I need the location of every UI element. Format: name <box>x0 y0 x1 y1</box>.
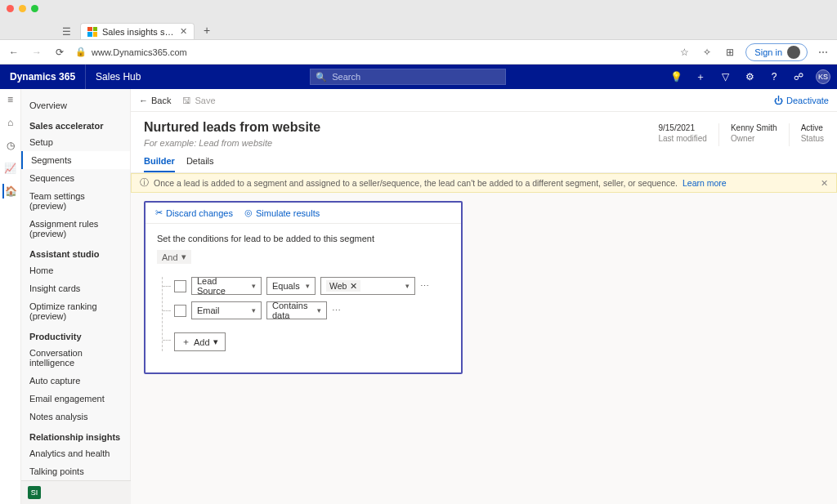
signin-button[interactable]: Sign in <box>745 43 808 61</box>
browser-tab-active[interactable]: Sales insights settings - Segm ✕ <box>80 23 195 39</box>
tab-list-icon[interactable]: ☰ <box>59 25 74 39</box>
value-tag[interactable]: Web✕ <box>326 280 360 292</box>
tab-close-icon[interactable]: ✕ <box>180 26 187 37</box>
learn-more-link[interactable]: Learn more <box>683 178 727 188</box>
mac-window-controls <box>0 0 837 16</box>
save-icon: 🖫 <box>182 96 191 105</box>
window-close-dot[interactable] <box>7 5 14 12</box>
assistant-icon[interactable]: ☍ <box>788 66 809 87</box>
favorites-icon[interactable]: ✧ <box>700 45 714 60</box>
browser-menu-icon[interactable]: ⋯ <box>816 45 830 60</box>
sidebar-item-talking-points[interactable]: Talking points <box>21 462 130 480</box>
chevron-down-icon: ▾ <box>317 306 321 314</box>
add-condition-button[interactable]: ＋ Add ▾ <box>174 332 226 351</box>
page-subtitle: For example: Lead from website <box>144 138 658 148</box>
meta-owner: Kenny Smith Owner <box>731 123 777 143</box>
home-icon[interactable]: ⌂ <box>3 115 18 130</box>
sidebar-footer[interactable]: SI <box>21 480 131 504</box>
window-zoom-dot[interactable] <box>31 5 38 12</box>
tab-title: Sales insights settings - Segm <box>102 27 175 37</box>
row-more-icon[interactable]: ⋯ <box>332 306 342 316</box>
info-icon: ⓘ <box>140 177 149 189</box>
tag-remove-icon[interactable]: ✕ <box>350 281 357 291</box>
deactivate-button[interactable]: ⏻Deactivate <box>774 96 829 105</box>
back-button[interactable]: ←Back <box>139 96 171 105</box>
sidebar-item-email-engagement[interactable]: Email engagement <box>21 390 130 408</box>
chevron-down-icon: ▾ <box>181 252 186 262</box>
operator-dropdown[interactable]: Equals▾ <box>266 277 316 295</box>
recent-icon[interactable]: ◷ <box>3 138 18 153</box>
filter-icon[interactable]: ▽ <box>714 66 736 87</box>
sidebar-item-sequences[interactable]: Sequences <box>21 169 130 187</box>
arrow-left-icon: ← <box>139 96 148 105</box>
form-tabs: Builder Details <box>144 156 658 172</box>
gear-icon[interactable]: ⚙ <box>739 66 760 87</box>
meta-status: Active Status <box>801 123 824 143</box>
hamburger-icon[interactable]: ≡ <box>3 92 18 107</box>
brand-label[interactable]: Dynamics 365 <box>0 65 86 89</box>
nav-forward-icon[interactable]: → <box>29 45 44 60</box>
chevron-down-icon: ▾ <box>306 282 310 290</box>
sidebar-section-assistant: Assistant studio <box>21 243 130 261</box>
sidebar-item-analytics-health[interactable]: Analytics and health <box>21 444 130 462</box>
address-bar[interactable]: 🔒 www.Dynamics365.com <box>75 47 669 57</box>
segments-rail-icon[interactable]: 🏠 <box>2 184 17 198</box>
tab-details[interactable]: Details <box>186 156 214 172</box>
operator-dropdown[interactable]: Contains data▾ <box>266 301 327 319</box>
global-search[interactable]: 🔍 Search <box>310 69 506 85</box>
signin-label: Sign in <box>754 47 782 57</box>
chevron-down-icon: ▾ <box>405 282 410 290</box>
field-dropdown[interactable]: Email▾ <box>191 301 262 319</box>
user-avatar[interactable]: KS <box>812 66 834 87</box>
lock-icon: 🔒 <box>75 47 87 57</box>
new-tab-button[interactable]: + <box>198 21 216 39</box>
collections-icon[interactable]: ⊞ <box>723 45 737 60</box>
sidebar-item-auto-capture[interactable]: Auto capture <box>21 372 130 390</box>
power-icon: ⏻ <box>774 96 783 105</box>
command-bar: ←Back 🖫Save ⏻Deactivate <box>131 89 837 112</box>
browser-chrome: ☰ Sales insights settings - Segm ✕ + ← →… <box>0 0 837 65</box>
sidebar-item-optimize-ranking[interactable]: Optimize ranking (preview) <box>21 297 130 325</box>
sidebar-item-conv-intel[interactable]: Conversation intelligence <box>21 344 130 372</box>
add-row: ＋ Add ▾ <box>174 328 450 351</box>
sidebar-item-notes-analysis[interactable]: Notes analysis <box>21 408 130 426</box>
si-badge: SI <box>28 486 41 499</box>
value-dropdown[interactable]: Web✕ ▾ <box>320 277 415 295</box>
nav-back-icon[interactable]: ← <box>7 45 21 60</box>
sidebar-item-overview[interactable]: Overview <box>21 94 130 114</box>
hub-label[interactable]: Sales Hub <box>86 71 150 83</box>
chevron-down-icon: ▾ <box>252 306 256 314</box>
record-header: Nurtured leads from website For example:… <box>131 112 837 173</box>
add-icon[interactable]: ＋ <box>690 66 711 87</box>
lightbulb-icon[interactable]: 💡 <box>665 66 687 87</box>
field-dropdown[interactable]: Lead Source▾ <box>191 277 262 295</box>
simulate-results-button[interactable]: ◎Simulate results <box>244 207 320 218</box>
meta-last-modified: 9/15/2021 Last modified <box>658 123 706 143</box>
nav-refresh-icon[interactable]: ⟳ <box>52 45 67 60</box>
sidebar-item-assignment-rules[interactable]: Assignment rules (preview) <box>21 215 130 243</box>
pinned-icon[interactable]: 📈 <box>3 161 18 176</box>
sidebar-item-segments[interactable]: Segments <box>21 151 130 169</box>
banner-close-icon[interactable]: ✕ <box>821 178 828 188</box>
profile-avatar-icon <box>787 46 800 59</box>
sidebar-item-insight-cards[interactable]: Insight cards <box>21 279 130 297</box>
sidebar-item-team-settings[interactable]: Team settings (preview) <box>21 187 130 215</box>
left-icon-rail: ≡ ⌂ ◷ 📈 🏠 <box>0 89 21 504</box>
discard-changes-button[interactable]: ✂Discard changes <box>155 207 233 218</box>
help-icon[interactable]: ? <box>763 66 785 87</box>
tab-builder[interactable]: Builder <box>144 156 175 172</box>
logic-operator-chip[interactable]: And ▾ <box>157 250 191 264</box>
star-icon[interactable]: ☆ <box>677 45 692 60</box>
info-banner: ⓘ Once a lead is added to a segment and … <box>131 173 837 193</box>
row-checkbox[interactable] <box>174 280 186 292</box>
sidebar-item-setup[interactable]: Setup <box>21 133 130 151</box>
row-more-icon[interactable]: ⋯ <box>420 281 431 292</box>
row-checkbox[interactable] <box>174 305 186 317</box>
window-minimize-dot[interactable] <box>19 5 26 12</box>
condition-row: Email▾ Contains data▾ ⋯ <box>174 301 450 319</box>
builder-card: ✂Discard changes ◎Simulate results Set t… <box>144 201 463 374</box>
sidebar-item-home[interactable]: Home <box>21 261 130 279</box>
builder-toolbar: ✂Discard changes ◎Simulate results <box>145 203 461 224</box>
save-button[interactable]: 🖫Save <box>182 96 215 105</box>
sidebar-section-sales-accel: Sales accelerator <box>21 114 130 133</box>
